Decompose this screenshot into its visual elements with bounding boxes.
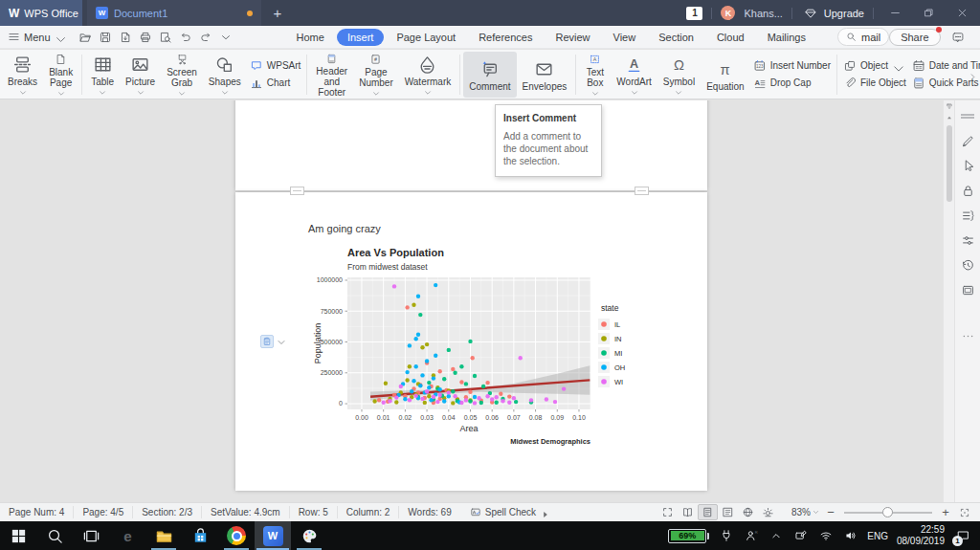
action-center-button[interactable]: 1: [953, 526, 972, 545]
object-button[interactable]: Object: [843, 59, 906, 73]
minimize-button[interactable]: [882, 0, 907, 26]
book-view-button[interactable]: [678, 504, 698, 520]
status-column[interactable]: Column: 2: [338, 506, 400, 518]
paint-taskbar-button[interactable]: [291, 521, 327, 550]
more-menu-button[interactable]: [975, 28, 980, 47]
status-setvalue[interactable]: SetValue: 4.9cm: [202, 506, 290, 518]
header-and-footer-button[interactable]: Header and Footer: [310, 52, 353, 98]
start-taskbar-button[interactable]: [0, 521, 36, 550]
breaks-button[interactable]: Breaks: [2, 52, 43, 98]
zoom-slider[interactable]: [844, 512, 932, 514]
watermark-button[interactable]: Watermark: [399, 52, 457, 98]
document-canvas[interactable]: Am going crazy 0.000.010.020.030.040.050…: [0, 100, 943, 502]
file-object-button[interactable]: File Object: [843, 77, 906, 90]
envelopes-button[interactable]: Envelopes: [517, 52, 573, 98]
save-button[interactable]: [96, 28, 116, 47]
document-tab[interactable]: W Document1: [87, 0, 261, 26]
status-page[interactable]: Page: 4/5: [74, 506, 133, 518]
tab-references[interactable]: References: [468, 29, 543, 46]
drop-cap-button[interactable]: ADrop Cap: [753, 77, 831, 90]
export-pdf-button[interactable]: [116, 28, 136, 47]
avatar[interactable]: K: [721, 6, 735, 20]
status-row[interactable]: Row: 5: [290, 506, 338, 518]
taskbar-search-taskbar-button[interactable]: [36, 521, 73, 550]
comment-button[interactable]: Comment: [463, 52, 516, 98]
ribbon-scroll-right-button[interactable]: [967, 69, 978, 84]
embedded-chart-image[interactable]: 0.000.010.020.030.040.050.060.070.080.09…: [311, 244, 632, 447]
app-tab[interactable]: W WPS Office: [0, 0, 82, 26]
scrollbar-thumb[interactable]: [947, 125, 952, 202]
power-plug-icon[interactable]: [718, 528, 734, 544]
edge-taskbar-button[interactable]: e: [109, 521, 145, 550]
select-cursor-button[interactable]: [957, 155, 978, 176]
wpsart-button[interactable]: WPSArt: [250, 59, 301, 73]
print-preview-button[interactable]: [156, 28, 176, 47]
battery-indicator[interactable]: 69%: [668, 529, 709, 543]
wordart-button[interactable]: AWordArt: [611, 52, 657, 98]
tab-view[interactable]: View: [603, 29, 647, 46]
tab-insert[interactable]: Insert: [337, 29, 385, 46]
shapes-button[interactable]: Shapes: [203, 52, 247, 98]
tab-cloud[interactable]: Cloud: [706, 29, 755, 46]
insert-number-button[interactable]: 123Insert Number: [753, 59, 831, 73]
web-view-button[interactable]: [738, 504, 758, 520]
navigation-button[interactable]: [957, 279, 978, 300]
task-view-taskbar-button[interactable]: [73, 521, 109, 550]
redo-button[interactable]: [196, 28, 216, 47]
fullscreen-button[interactable]: [657, 504, 678, 520]
open-button[interactable]: [76, 28, 96, 47]
people-icon[interactable]: R: [743, 528, 759, 544]
tab-page-layout[interactable]: Page Layout: [386, 29, 466, 46]
paragraph-text[interactable]: Am going crazy: [308, 223, 381, 234]
undo-button[interactable]: [176, 28, 196, 47]
tab-home[interactable]: Home: [286, 29, 335, 46]
more-tools-button[interactable]: [216, 28, 236, 47]
hidden-icons-button[interactable]: [768, 528, 784, 544]
symbol-button[interactable]: ΩSymbol: [657, 52, 701, 98]
volume-icon[interactable]: [842, 528, 858, 544]
share-button[interactable]: Share: [889, 29, 940, 46]
wifi-icon[interactable]: [817, 528, 834, 544]
table-button[interactable]: Table: [85, 52, 120, 98]
text-box-button[interactable]: AText Box: [579, 52, 611, 98]
outline-view-button[interactable]: [718, 504, 738, 520]
lock-button[interactable]: [957, 180, 978, 201]
comments-panel-button[interactable]: [948, 28, 968, 47]
eye-protection-button[interactable]: [758, 504, 778, 520]
picture-button[interactable]: Picture: [120, 52, 161, 98]
store-taskbar-button[interactable]: [182, 521, 218, 550]
upgrade-button[interactable]: Upgrade: [801, 4, 864, 23]
zoom-level[interactable]: 83%: [791, 507, 819, 517]
zoom-out-button[interactable]: −: [823, 505, 838, 519]
print-button[interactable]: [136, 28, 156, 47]
close-button[interactable]: [949, 0, 974, 26]
tab-mailings[interactable]: Mailings: [757, 29, 816, 46]
chart-button[interactable]: Chart: [250, 77, 301, 90]
page-3[interactable]: [235, 100, 707, 190]
new-tab-button[interactable]: +: [261, 0, 294, 26]
zoom-slider-knob[interactable]: [882, 507, 893, 517]
tablet-pen-icon[interactable]: [792, 528, 809, 544]
blank-page-button[interactable]: Blank Page: [43, 52, 78, 98]
fit-page-button[interactable]: [955, 504, 974, 520]
equation-button[interactable]: πEquation: [701, 52, 749, 98]
tab-section[interactable]: Section: [648, 29, 704, 46]
vertical-scrollbar[interactable]: [943, 100, 954, 502]
more-dots-button[interactable]: [957, 325, 978, 346]
outline-list-button[interactable]: [957, 205, 978, 226]
search-input[interactable]: mail: [837, 28, 889, 46]
status-page-num[interactable]: Page Num: 4: [0, 506, 74, 518]
explorer-taskbar-button[interactable]: [145, 521, 182, 550]
history-button[interactable]: [957, 254, 978, 275]
tab-review[interactable]: Review: [545, 29, 600, 46]
spell-check-button[interactable]: Spell Check: [460, 507, 557, 518]
paste-options-button[interactable]: [260, 335, 284, 348]
wps-taskbar-button[interactable]: W: [255, 521, 291, 550]
zoom-in-button[interactable]: +: [938, 505, 953, 519]
menu-button[interactable]: Menu: [0, 31, 70, 43]
chrome-taskbar-button[interactable]: [218, 521, 255, 550]
status-words[interactable]: Words: 69: [399, 506, 459, 518]
status-section[interactable]: Section: 2/3: [133, 506, 202, 518]
page-number-button[interactable]: #Page Number: [353, 52, 399, 98]
settings-sliders-button[interactable]: [957, 230, 978, 251]
